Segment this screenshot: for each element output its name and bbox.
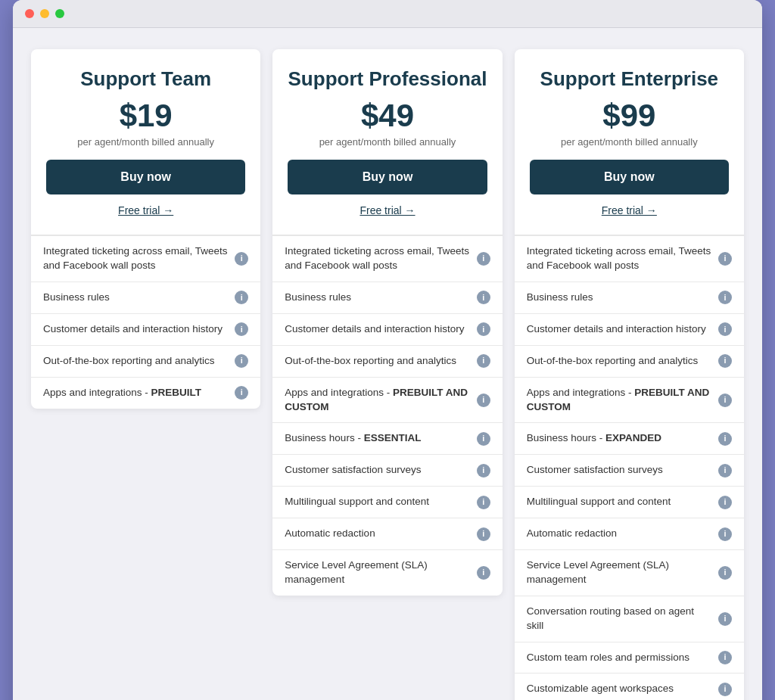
feature-text: Business hours - ESSENTIAL xyxy=(285,431,476,446)
plan-title-professional: Support Professional xyxy=(288,67,487,91)
feature-item: Customizable agent workspacesi xyxy=(515,673,744,700)
fullscreen-button[interactable] xyxy=(55,9,64,18)
info-icon[interactable]: i xyxy=(235,322,248,336)
info-icon[interactable]: i xyxy=(718,394,732,407)
info-icon[interactable]: i xyxy=(718,291,732,304)
feature-text: Apps and integrations - PREBUILT AND CUS… xyxy=(527,386,718,415)
feature-item: Business hours - ESSENTIALi xyxy=(272,422,502,454)
feature-bold-text: PREBUILT AND CUSTOM xyxy=(285,387,468,412)
plan-title-enterprise: Support Enterprise xyxy=(530,67,729,91)
feature-item: Service Level Agreement (SLA) management… xyxy=(515,549,744,596)
feature-text: Service Level Agreement (SLA) management xyxy=(527,558,718,587)
pricing-content: Support Team$19per agent/month billed an… xyxy=(13,28,762,700)
feature-text: Apps and integrations - PREBUILT AND CUS… xyxy=(285,386,476,415)
feature-item: Customer details and interaction history… xyxy=(515,313,744,345)
info-icon[interactable]: i xyxy=(718,651,732,664)
plan-price-enterprise: $99 xyxy=(530,98,729,133)
free-trial-link-enterprise[interactable]: Free trial → xyxy=(602,204,657,216)
feature-text: Customer details and interaction history xyxy=(527,322,718,337)
app-window: Support Team$19per agent/month billed an… xyxy=(13,0,762,700)
buy-button-team[interactable]: Buy now xyxy=(46,160,245,194)
plan-header-team: Support Team$19per agent/month billed an… xyxy=(31,49,260,235)
feature-text: Business rules xyxy=(43,291,235,305)
feature-text: Out-of-the-box reporting and analytics xyxy=(285,354,476,369)
feature-item: Business rulesi xyxy=(31,282,260,313)
info-icon[interactable]: i xyxy=(235,252,248,266)
info-icon[interactable]: i xyxy=(477,566,490,580)
feature-text: Customer details and interaction history xyxy=(43,322,235,337)
feature-item: Custom team roles and permissionsi xyxy=(515,642,744,674)
feature-text: Multilingual support and content xyxy=(527,495,718,509)
feature-text: Customizable agent workspaces xyxy=(527,682,718,696)
feature-item: Service Level Agreement (SLA) management… xyxy=(272,549,502,596)
info-icon[interactable]: i xyxy=(718,252,732,266)
feature-text: Multilingual support and content xyxy=(285,495,476,509)
plan-header-professional: Support Professional$49per agent/month b… xyxy=(272,49,502,235)
plan-title-team: Support Team xyxy=(46,67,245,91)
feature-item: Conversation routing based on agent skil… xyxy=(515,596,744,642)
info-icon[interactable]: i xyxy=(718,566,732,580)
free-trial-link-team[interactable]: Free trial → xyxy=(118,204,173,216)
title-bar xyxy=(13,0,762,28)
feature-text: Automatic redaction xyxy=(285,527,476,541)
features-list-team: Integrated ticketing across email, Tweet… xyxy=(31,235,260,408)
feature-item: Customer satisfaction surveysi xyxy=(272,454,502,486)
feature-text: Apps and integrations - PREBUILT xyxy=(43,386,235,400)
feature-item: Apps and integrations - PREBUILTi xyxy=(31,377,260,409)
feature-text: Conversation routing based on agent skil… xyxy=(527,605,718,633)
info-icon[interactable]: i xyxy=(477,464,490,478)
plan-billing-team: per agent/month billed annually xyxy=(46,136,245,148)
info-icon[interactable]: i xyxy=(718,322,732,336)
buy-button-professional[interactable]: Buy now xyxy=(288,160,487,194)
info-icon[interactable]: i xyxy=(718,496,732,509)
info-icon[interactable]: i xyxy=(477,496,490,509)
feature-text: Integrated ticketing across email, Tweet… xyxy=(527,244,718,273)
info-icon[interactable]: i xyxy=(718,527,732,541)
feature-text: Customer satisfaction surveys xyxy=(285,463,476,478)
info-icon[interactable]: i xyxy=(477,394,490,407)
feature-text: Out-of-the-box reporting and analytics xyxy=(527,354,718,369)
feature-text: Out-of-the-box reporting and analytics xyxy=(43,354,235,369)
plan-card-team: Support Team$19per agent/month billed an… xyxy=(31,49,260,409)
feature-bold-text: PREBUILT xyxy=(151,387,202,398)
feature-item: Integrated ticketing across email, Tweet… xyxy=(515,235,744,282)
feature-item: Multilingual support and contenti xyxy=(272,486,502,518)
info-icon[interactable]: i xyxy=(477,354,490,368)
feature-item: Business hours - EXPANDEDi xyxy=(515,422,744,454)
feature-item: Apps and integrations - PREBUILT AND CUS… xyxy=(272,377,502,423)
feature-item: Automatic redactioni xyxy=(272,518,502,549)
plan-billing-enterprise: per agent/month billed annually xyxy=(530,136,729,148)
info-icon[interactable]: i xyxy=(718,612,732,626)
plan-billing-professional: per agent/month billed annually xyxy=(288,136,487,148)
minimize-button[interactable] xyxy=(40,9,49,18)
info-icon[interactable]: i xyxy=(235,386,248,400)
feature-bold-text: ESSENTIAL xyxy=(364,432,422,443)
buy-button-enterprise[interactable]: Buy now xyxy=(530,160,729,194)
feature-text: Business rules xyxy=(527,291,718,305)
feature-text: Custom team roles and permissions xyxy=(527,651,718,665)
info-icon[interactable]: i xyxy=(718,354,732,368)
info-icon[interactable]: i xyxy=(718,683,732,696)
feature-text: Integrated ticketing across email, Tweet… xyxy=(285,244,476,273)
free-trial-link-professional[interactable]: Free trial → xyxy=(359,204,415,216)
features-list-enterprise: Integrated ticketing across email, Tweet… xyxy=(515,235,744,700)
plan-price-team: $19 xyxy=(46,98,245,133)
feature-text: Integrated ticketing across email, Tweet… xyxy=(43,244,235,273)
info-icon[interactable]: i xyxy=(477,291,490,304)
info-icon[interactable]: i xyxy=(477,322,490,336)
feature-text: Automatic redaction xyxy=(527,527,718,541)
feature-item: Customer satisfaction surveysi xyxy=(515,454,744,486)
feature-item: Business rulesi xyxy=(515,282,744,313)
info-icon[interactable]: i xyxy=(477,252,490,266)
info-icon[interactable]: i xyxy=(477,527,490,541)
info-icon[interactable]: i xyxy=(235,354,248,368)
feature-text: Customer details and interaction history xyxy=(285,322,476,337)
info-icon[interactable]: i xyxy=(477,432,490,446)
feature-item: Multilingual support and contenti xyxy=(515,486,744,518)
feature-item: Out-of-the-box reporting and analyticsi xyxy=(31,345,260,377)
info-icon[interactable]: i xyxy=(235,291,248,304)
close-button[interactable] xyxy=(25,9,34,18)
info-icon[interactable]: i xyxy=(718,432,732,446)
feature-text: Customer satisfaction surveys xyxy=(527,463,718,478)
info-icon[interactable]: i xyxy=(718,464,732,478)
